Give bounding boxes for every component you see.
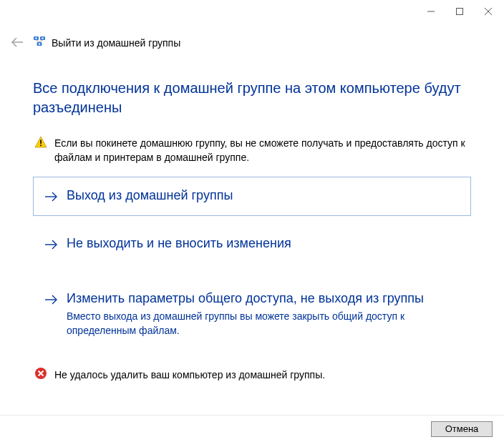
svg-point-8 xyxy=(35,37,37,39)
warning-text: Если вы покинете домашнюю группу, вы не … xyxy=(54,136,470,165)
dialog-title: Выйти из домашней группы xyxy=(52,37,180,49)
cancel-button[interactable]: Отмена xyxy=(431,421,493,437)
svg-rect-1 xyxy=(457,9,463,15)
option-change-sharing[interactable]: Изменить параметры общего доступа, не вы… xyxy=(33,280,471,349)
dialog-header: Выйти из домашней группы xyxy=(33,35,180,50)
option-stay[interactable]: Не выходить и не вносить изменения xyxy=(33,225,471,264)
arrow-right-icon xyxy=(44,238,58,253)
option-leave-homegroup[interactable]: Выход из домашней группы xyxy=(33,177,471,216)
svg-point-9 xyxy=(42,37,43,39)
arrow-right-icon xyxy=(44,293,58,338)
window-controls xyxy=(427,7,493,16)
back-arrow-icon xyxy=(10,36,24,48)
dialog-content: Все подключения к домашней группе на это… xyxy=(33,79,471,382)
arrow-right-icon xyxy=(44,190,58,205)
error-row: Не удалось удалить ваш компьютер из дома… xyxy=(33,367,471,382)
error-text: Не удалось удалить ваш компьютер из дома… xyxy=(54,369,325,380)
option-leave-title: Выход из домашней группы xyxy=(67,187,462,204)
error-icon xyxy=(34,367,47,382)
svg-point-15 xyxy=(40,144,42,146)
dialog-footer: Отмена xyxy=(0,415,504,442)
option-change-subtitle: Вместо выхода из домашней группы вы може… xyxy=(67,310,462,338)
svg-rect-14 xyxy=(40,140,42,144)
svg-line-11 xyxy=(37,40,40,42)
close-icon[interactable] xyxy=(484,7,493,16)
headline: Все подключения к домашней группе на это… xyxy=(33,79,471,117)
homegroup-icon xyxy=(33,35,46,50)
svg-point-10 xyxy=(39,43,40,44)
option-change-title: Изменить параметры общего доступа, не вы… xyxy=(67,290,462,307)
warning-icon xyxy=(34,136,47,165)
warning-row: Если вы покинете домашнюю группу, вы не … xyxy=(33,136,471,165)
minimize-icon[interactable] xyxy=(427,7,435,16)
svg-line-12 xyxy=(39,40,43,42)
maximize-icon[interactable] xyxy=(455,7,464,16)
back-button[interactable] xyxy=(10,36,24,50)
option-stay-title: Не выходить и не вносить изменения xyxy=(67,235,462,252)
